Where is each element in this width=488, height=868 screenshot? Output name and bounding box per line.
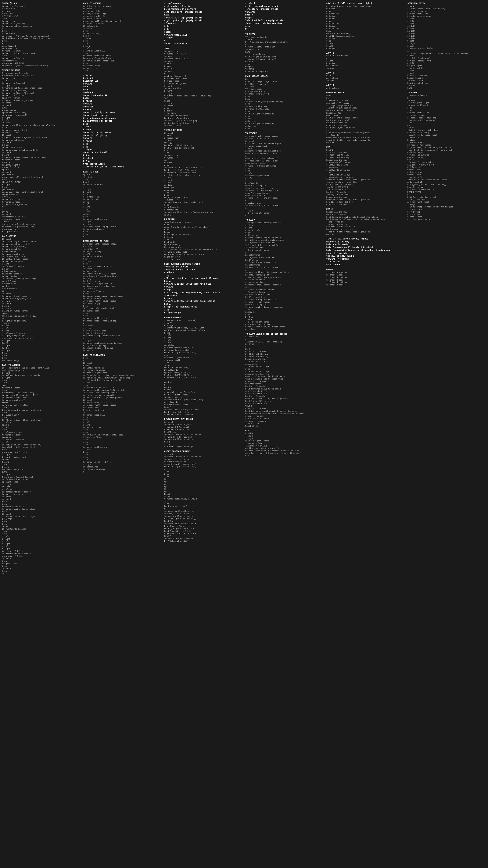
section-title-1-2: TEMPLE OF TIME xyxy=(2,69,81,72)
section-3-4: DU RECALL+map (make sure its map) Ribbon… xyxy=(164,218,243,261)
section-title-2-4: DERELOCATION TO FUSE xyxy=(83,240,162,243)
section-content-2-3: spam B 15 right 3 up L A A forwards unti… xyxy=(83,174,162,238)
column-2: WALL TO ASCENDhold for shrubs to regen f… xyxy=(83,2,162,577)
section-content-2-1: hold for shrubs to regen forwards B X di… xyxy=(83,5,162,72)
section-content-2-4: left dpad left (unequip shield) L Ribbon… xyxy=(83,243,162,352)
section-5-8: TEAR S (full back archons, right) Ribbon… xyxy=(326,238,405,267)
section-2-2: (fixing 2L Y A A Fillmost LLL forward YR… xyxy=(83,74,162,169)
section-title-5-4: ARMY 4 xyxy=(326,84,405,87)
section-2-4: DERELOCATION TO FUSEleft dpad left (uneq… xyxy=(83,240,162,352)
section-title-3-4: DU RECALL xyxy=(164,218,243,221)
section-content-4-6: 2 leftwards A +inventory LL AA (unset sh… xyxy=(245,336,324,428)
section-content-1-3: 2L check left dpad right (select shield)… xyxy=(2,238,81,362)
section-title-4-2: TO TOPAZ xyxy=(245,33,324,36)
section-content-5-9: 2L forward 8 throw up phase 1 dead 2L fo… xyxy=(326,272,405,286)
section-title-3-2: TOPAZ xyxy=(164,47,243,50)
section-5-9: GANON2L forward 8 throw up phase 1 dead … xyxy=(326,268,405,286)
section-2-1: WALL TO ASCENDhold for shrubs to regen f… xyxy=(83,2,162,72)
section-1-3: COLD COOING2L check left dpad right (sel… xyxy=(2,235,81,362)
column-6: STEERING STICK1 back 24 horse birds, dow… xyxy=(407,2,486,577)
section-title-4-5: TO FAIRY xyxy=(245,219,324,222)
section-title-2-1: WALL TO ASCEND xyxy=(83,2,162,5)
section-1-1: INTRO (1.0.0)forward, A for sword A for … xyxy=(2,2,81,67)
section-content-3-6: +inventory R wait LL (metal) A LL AA B 5… xyxy=(164,319,243,416)
column-3: 2L upforwards rightwards + climb B 2L up… xyxy=(164,2,243,577)
section-content-1-1: forward, A for sword A for sword 2 right… xyxy=(2,5,81,67)
section-content-4-2: YY + backrightwards 1 back L + R slight … xyxy=(245,36,324,73)
section-title-3-7: FINISH GREAT SKY ISLAND xyxy=(164,418,243,421)
main-container: INTRO (1.0.0)forward, A for sword A for … xyxy=(2,2,486,577)
section-6-2: TO ARBIC+inventory (equipUp R forward YY… xyxy=(407,91,486,221)
section-content-5-3: K, B wall throw forward xyxy=(326,75,405,82)
section-title-5-6: EYE 1 xyxy=(326,146,405,149)
section-title-5-1: ARMY 1 (if fall back archons, right) xyxy=(326,2,405,5)
section-4-2: TO TOPAZYY + backrightwards 1 back L + R… xyxy=(245,33,324,73)
section-title-4-4: TO STABLE xyxy=(245,132,324,135)
section-3-1: 2L upforwards rightwards + climb B 2L up… xyxy=(164,2,243,45)
section-title-3-1: 2L upforwards rightwards + climb B 2L up… xyxy=(164,2,243,45)
section-title-3-5: SKIP CUTSCENE BECAUSE TIMING forwards un… xyxy=(164,263,243,314)
section-6-1: STEERING STICK1 back 24 horse birds, dow… xyxy=(407,2,486,90)
section-content-6-2: +inventory (equipUp R forward YY + diagl… xyxy=(407,94,486,221)
section-3-8: GREAT PLATEAU SHRINE2L check forwards in… xyxy=(164,450,243,542)
section-content-3-7: 2L check forward cliff skip jumps + back… xyxy=(164,421,243,448)
section-4-3: FALL DAMAGE CANCEL2L right 2L, slight ri… xyxy=(245,75,324,130)
section-title-2-5: PATH TO ULTRAHAND xyxy=(83,354,162,357)
section-4-1: 2L check right diagonal nudge right +inv… xyxy=(245,2,324,31)
section-content-4-5: left dpad left (unequip shield) 5 right … xyxy=(245,222,324,331)
section-2-3: PATH TO FUSEspam B 15 right 3 up L A A f… xyxy=(83,170,162,238)
section-1-2: TEMPLE OF TIMER to speed up, hit water +… xyxy=(2,69,81,233)
section-5-7: EYE 2Ribbon all the way hold R + forward… xyxy=(326,208,405,236)
section-title-4-6: TO PARAGLIDER (skip if not needed) xyxy=(245,333,324,336)
section-content-5-6: hold L L, Run all the way L, Rleft all t… xyxy=(326,149,405,206)
section-5-5: GANON ENTRANCEscope 2L +inventory hold d… xyxy=(326,91,405,144)
section-content-1-2: R to speed up, hit water +inventory R to… xyxy=(2,72,81,233)
section-5-4: ARMY 4A R+ robots xyxy=(326,84,405,90)
section-content-5-2: hold 2L to cutscene K, B L left R neutra… xyxy=(326,55,405,70)
section-title-2-2: (fixing 2L Y A A Fillmost LLL forward YR… xyxy=(83,74,162,168)
section-3-6: PRAYER SHRINE+inventory R wait LL (metal… xyxy=(164,316,243,416)
section-3-3: TEMPLE OF TIME2L check 2 back 1 shield b… xyxy=(164,129,243,216)
section-title-5-3: ARMY 3 xyxy=(326,72,405,74)
section-content-4-3: 2L right 2L, slight right, down A L + Rl… xyxy=(245,78,324,130)
section-title-1-4: PATH TO ASCEND xyxy=(2,364,81,367)
section-3-2: TOPAZforwards + X forwards + X = 2L A fo… xyxy=(164,47,243,127)
section-4-5: TO FAIRYleft dpad left (unequip shield) … xyxy=(245,219,324,331)
section-content-5-1: R + shield x2 LL, 1 LR (get tapes) FAST … xyxy=(326,5,405,50)
section-content-2-5: 8 up B 2L check Ribbon 2L leftwards nudg… xyxy=(83,357,162,473)
section-content-5-5: scope 2L +inventory hold down all right,… xyxy=(326,95,405,144)
column-4: 2L check right diagonal nudge right +inv… xyxy=(245,2,324,577)
section-content-3-8: 2L check forwards inventory LL (not fuse… xyxy=(164,454,243,543)
section-title-3-3: TEMPLE OF TIME xyxy=(164,129,243,132)
section-title-4-1: 2L check right diagonal nudge right +inv… xyxy=(245,2,324,31)
section-content-3-3: 2L check 2 back 1 shield bash 2 left YY … xyxy=(164,132,243,216)
section-title-6-1: STEERING STICK xyxy=(407,2,486,5)
section-2-5: PATH TO ULTRAHAND8 up B 2L check Ribbon … xyxy=(83,354,162,474)
section-content-5-4: A R+ robots xyxy=(326,87,405,90)
section-title-1-3: COLD COOING xyxy=(2,235,81,238)
section-title-3-6: PRAYER SHRINE xyxy=(164,316,243,319)
column-5: ARMY 1 (if fall back archons, right)R + … xyxy=(326,2,405,577)
section-5-3: ARMY 3K, B wall throw forward xyxy=(326,72,405,83)
section-title-5-7: EYE 2 xyxy=(326,208,405,211)
section-content-3-4: +map (make sure its map) Ribbon down sli… xyxy=(164,221,243,261)
section-title-3-8: GREAT PLATEAU SHRINE xyxy=(164,450,243,453)
section-title-6-2: TO ARBIC xyxy=(407,91,486,94)
section-3-7: FINISH GREAT SKY ISLAND2L check forward … xyxy=(164,418,243,448)
section-5-1: ARMY 1 (if fall back archons, right)R + … xyxy=(326,2,405,50)
section-5-6: EYE 1hold L L, Run all the way L, Rleft … xyxy=(326,146,405,206)
section-4-4: TO STABLEleft dpad right (equip shield) … xyxy=(245,132,324,217)
section-content-3-2: forwards + X forwards + X = 2L A forward… xyxy=(164,51,243,127)
section-title-5-2: ARMY 2 xyxy=(326,52,405,55)
section-title-5-9: GANON xyxy=(326,268,405,271)
section-3-5: SKIP CUTSCENE BECAUSE TIMING forwards un… xyxy=(164,263,243,315)
section-content-1-4: 2L, + backward x hit (on ledge dont fall… xyxy=(2,367,81,575)
section-title-2-3: PATH TO FUSE xyxy=(83,170,162,174)
section-title-4-7: FIN xyxy=(245,429,324,432)
section-title-5-5: GANON ENTRANCE xyxy=(326,91,405,94)
section-content-6-1: 1 back 24 horse birds, down (stop horse)… xyxy=(407,5,486,90)
section-5-2: ARMY 2hold 2L to cutscene K, B L left R … xyxy=(326,52,405,70)
section-4-7: FINB alive + top 34 2 right spam A to gr… xyxy=(245,429,324,457)
section-4-6: TO PARAGLIDER (skip if not needed)2 left… xyxy=(245,333,324,428)
section-1-4: PATH TO ASCEND2L, + backward x hit (on l… xyxy=(2,364,81,575)
